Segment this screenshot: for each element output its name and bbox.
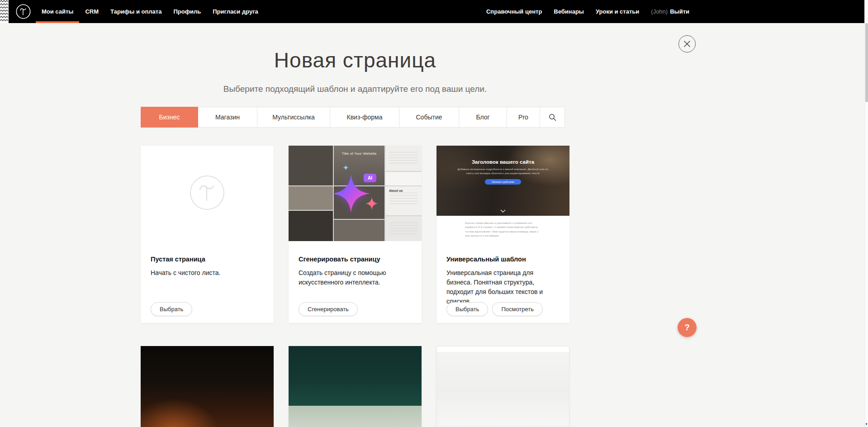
nav-webinars[interactable]: Вебинары [548, 0, 590, 23]
card-description: Создать страницу с помощью искусственног… [299, 268, 412, 287]
collage-tile [385, 146, 422, 171]
preview-hero: Заголовок вашего сайта Добавьте интересн… [436, 146, 569, 216]
ai-collage-preview: Title of Your Website About us [289, 146, 422, 241]
scrollbar[interactable]: ▼ [864, 0, 868, 427]
help-button[interactable]: ? [678, 318, 697, 337]
card-body: Пустая страница Начать с чистого листа. [141, 241, 274, 278]
nav-profile[interactable]: Профиль [167, 0, 207, 23]
select-button[interactable]: Выбрать [151, 302, 192, 316]
tab-business[interactable]: Бизнес [141, 107, 198, 128]
ai-sparkle-small-icon [365, 197, 378, 210]
search-icon [549, 114, 556, 121]
card-actions: Сгенерировать [299, 302, 358, 316]
preview-cta-button: Призыв к действию [485, 179, 521, 185]
scrollbar-thumb[interactable] [865, 23, 868, 102]
card-actions: Выбрать [151, 302, 192, 316]
user-name: (John) [651, 8, 668, 15]
select-button[interactable]: Выбрать [446, 302, 488, 316]
generate-button[interactable]: Сгенерировать [299, 302, 358, 316]
logout-label: Выйти [670, 8, 689, 15]
universal-template-preview: Заголовок вашего сайта Добавьте интересн… [436, 146, 569, 247]
tilda-logo-icon [16, 4, 31, 19]
app-window: Мои сайты CRM Тарифы и оплата Профиль Пр… [0, 0, 868, 427]
card-title: Универсальный шаблон [446, 256, 560, 263]
nav-invite-friend[interactable]: Пригласи друга [207, 0, 264, 23]
preview-heading: Заголовок вашего сайта [436, 146, 569, 165]
collage-tile [289, 186, 333, 210]
next-row-partial [141, 346, 569, 427]
ai-sparkle-tiny-icon [343, 165, 349, 171]
card-description: Начать с чистого листа. [151, 268, 264, 278]
card-description: Универсальная страница для бизнеса. Поня… [446, 268, 560, 306]
blank-page-preview [141, 146, 274, 241]
template-preview-light[interactable] [436, 346, 569, 427]
preview-body: Коротко представьтесь и расскажите о ком… [436, 216, 569, 247]
nav-crm[interactable]: CRM [79, 0, 104, 23]
collage-tile [385, 172, 422, 185]
zigzag-decoration [0, 0, 9, 23]
main-nav: Мои сайты CRM Тарифы и оплата Профиль Пр… [36, 0, 264, 23]
tab-shop[interactable]: Магазин [198, 107, 257, 128]
nav-help-center[interactable]: Справочный центр [480, 0, 548, 23]
card-ai-generate: Title of Your Website About us [289, 146, 422, 323]
nav-tariffs[interactable]: Тарифы и оплата [104, 0, 167, 23]
collage-tile [289, 146, 333, 185]
card-body: Универсальный шаблон Универсальная стран… [436, 247, 569, 306]
tab-multilink[interactable]: Мультиссылка [257, 107, 330, 128]
nav-lessons[interactable]: Уроки и статьи [590, 0, 645, 23]
collage-tile [385, 216, 422, 241]
close-icon [684, 41, 690, 47]
tab-blog[interactable]: Блог [459, 107, 507, 128]
collage-tile [289, 211, 333, 241]
secondary-nav: Справочный центр Вебинары Уроки и статьи… [480, 0, 695, 23]
card-title: Сгенерировать страницу [299, 256, 412, 263]
template-cards-row: Пустая страница Начать с чистого листа. … [141, 146, 569, 323]
card-title: Пустая страница [151, 256, 264, 263]
template-preview-teal[interactable] [289, 346, 422, 427]
tab-search[interactable] [540, 107, 565, 128]
scrollbar-down-arrow-icon[interactable]: ▼ [865, 422, 868, 427]
tab-quiz-form[interactable]: Квиз-форма [330, 107, 399, 128]
collage-tile [334, 220, 384, 241]
tab-event[interactable]: Событие [399, 107, 459, 128]
nav-logout[interactable]: (John) Выйти [645, 0, 695, 23]
view-button[interactable]: Посмотреть [492, 302, 543, 316]
tilda-logo[interactable] [16, 4, 31, 19]
top-navbar: Мои сайты CRM Тарифы и оплата Профиль Пр… [0, 0, 864, 23]
tilda-watermark-icon [189, 175, 225, 213]
ai-badge: AI [364, 174, 376, 182]
preview-about-label: About us [389, 189, 403, 192]
preview-body-text: Коротко представьтесь и расскажите о ком… [465, 221, 541, 247]
preview-subtext: Добавьте интересные подробности о вашей … [455, 167, 551, 176]
card-actions: Выбрать Посмотреть [446, 302, 543, 316]
template-category-tabs: Бизнес Магазин Мультиссылка Квиз-форма С… [141, 107, 565, 128]
template-preview-dark[interactable] [141, 346, 274, 427]
close-button[interactable] [678, 35, 696, 52]
nav-my-sites[interactable]: Мои сайты [36, 0, 79, 23]
page-title: Новая страница [0, 48, 710, 72]
chevron-down-icon [500, 209, 506, 213]
tab-pro[interactable]: Pro [507, 107, 540, 128]
card-universal-template: Заголовок вашего сайта Добавьте интересн… [436, 146, 569, 323]
card-body: Сгенерировать страницу Создать страницу … [289, 241, 422, 287]
card-blank-page: Пустая страница Начать с чистого листа. … [141, 146, 274, 323]
page-subtitle: Выберите подходящий шаблон и адаптируйте… [0, 84, 710, 94]
preview-site-title: Title of Your Website [334, 152, 384, 156]
